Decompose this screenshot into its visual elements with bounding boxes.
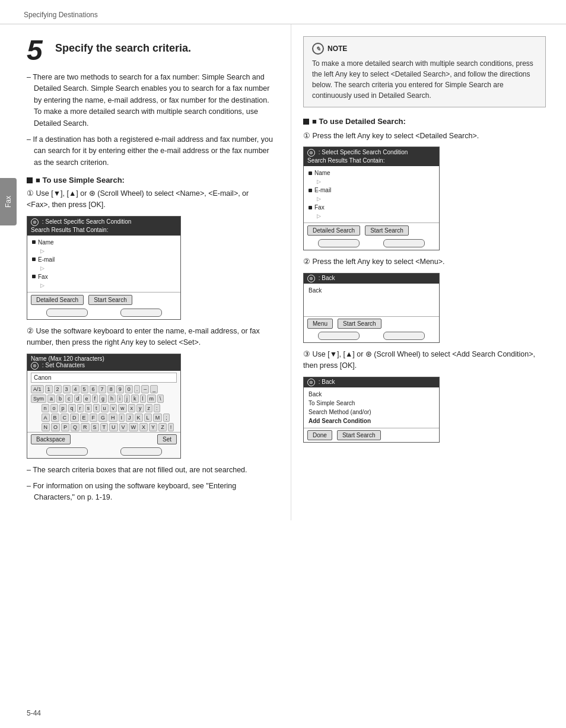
start-search-button-1[interactable]: Start Search	[88, 295, 132, 305]
kb-key[interactable]: p	[59, 404, 67, 412]
done-button[interactable]: Done	[307, 430, 332, 440]
kb-soft-buttons	[27, 446, 180, 458]
detailed-search-button[interactable]: Detailed Search	[31, 295, 84, 305]
kb-key[interactable]: s	[85, 404, 93, 412]
kb-key[interactable]: 3	[63, 385, 71, 393]
kb-key[interactable]: W	[129, 423, 139, 431]
detailed-search-btn-2[interactable]: Detailed Search	[307, 225, 360, 236]
kb-key[interactable]: J	[126, 414, 133, 422]
soft-btn-right-1[interactable]	[120, 309, 162, 317]
detailed-search-heading: ■ To use Detailed Search:	[303, 117, 546, 126]
kb-key[interactable]: h	[108, 395, 116, 403]
kb-key[interactable]: f	[92, 395, 98, 403]
kb-key[interactable]: _	[150, 385, 158, 393]
kb-key[interactable]: .	[134, 385, 141, 393]
dot-icon	[32, 275, 36, 278]
kb-soft-btn-right[interactable]	[120, 447, 162, 456]
kb-key[interactable]: 0	[125, 385, 133, 393]
start-search-btn-2[interactable]: Start Search	[365, 225, 409, 236]
kb-key[interactable]: k	[131, 395, 139, 403]
back-soft-left[interactable]	[318, 332, 360, 340]
kb-key[interactable]: I	[119, 414, 125, 422]
kb-key[interactable]: G	[98, 414, 107, 422]
kb-key[interactable]: 8	[107, 385, 115, 393]
kb-key[interactable]: 7	[98, 385, 106, 393]
kb-key[interactable]: \	[157, 395, 164, 403]
kb-key[interactable]: S	[91, 423, 99, 431]
kb-key[interactable]: o	[50, 404, 58, 412]
kb-key[interactable]: !	[168, 423, 174, 431]
kb-key[interactable]: v	[110, 404, 117, 412]
kb-key[interactable]: P	[61, 423, 69, 431]
kb-key[interactable]: l	[140, 395, 146, 403]
kb-key[interactable]: d	[74, 395, 82, 403]
back-soft-right[interactable]	[383, 332, 425, 340]
kb-key[interactable]: b	[56, 395, 64, 403]
kb-key[interactable]: r	[77, 404, 84, 412]
back-item-2b: To Simple Search	[309, 399, 434, 408]
kb-key[interactable]: ;	[163, 414, 170, 422]
list-item: E-mail	[309, 186, 434, 195]
back-icon: ⊛	[307, 275, 315, 282]
kb-key[interactable]: z	[145, 404, 153, 412]
kb-key[interactable]: Q	[71, 423, 80, 431]
kb-field[interactable]: Canon	[31, 373, 177, 383]
kb-key[interactable]: 2	[54, 385, 62, 393]
kb-key[interactable]: 4	[72, 385, 80, 393]
soft-btn-left-1[interactable]	[46, 309, 88, 317]
detailed-soft-left[interactable]	[318, 239, 360, 247]
kb-mode-key[interactable]: A/1	[31, 385, 44, 393]
kb-key[interactable]: c	[65, 395, 73, 403]
list-item-sub: ▷	[309, 177, 434, 186]
kb-key[interactable]: E	[80, 414, 88, 422]
kb-key[interactable]: j	[124, 395, 130, 403]
kb-key[interactable]: 1	[45, 385, 53, 393]
kb-sym-key[interactable]: Sym	[31, 395, 46, 403]
kb-key[interactable]: 9	[116, 385, 124, 393]
set-button[interactable]: Set	[157, 434, 177, 444]
kb-key[interactable]: O	[51, 423, 60, 431]
kb-key[interactable]: y	[136, 404, 144, 412]
kb-key[interactable]: m	[147, 395, 157, 403]
kb-key[interactable]: Z	[158, 423, 167, 431]
menu-button[interactable]: Menu	[307, 319, 333, 329]
kb-key[interactable]: 6	[90, 385, 97, 393]
kb-key[interactable]: B	[51, 414, 59, 422]
kb-key[interactable]: :	[154, 404, 160, 412]
back-icon-2: ⊛	[307, 379, 315, 386]
kb-key[interactable]: F	[90, 414, 98, 422]
kb-key[interactable]: w	[118, 404, 127, 412]
kb-key[interactable]: i	[117, 395, 123, 403]
kb-key[interactable]: –	[141, 385, 149, 393]
kb-key[interactable]: V	[119, 423, 128, 431]
kb-key[interactable]: D	[70, 414, 79, 422]
kb-key[interactable]: Y	[149, 423, 157, 431]
step-block: 5 Specify the search criteria.	[27, 36, 273, 65]
kb-key[interactable]: q	[68, 404, 76, 412]
start-search-btn-3[interactable]: Start Search	[338, 319, 381, 329]
kb-key[interactable]: t	[93, 404, 100, 412]
kb-key[interactable]: x	[128, 404, 136, 412]
kb-key[interactable]: M	[153, 414, 163, 422]
detailed-soft-right[interactable]	[383, 239, 425, 247]
kb-key[interactable]: U	[109, 423, 118, 431]
kb-key[interactable]: 5	[81, 385, 88, 393]
kb-key[interactable]: R	[81, 423, 90, 431]
kb-key[interactable]: g	[99, 395, 107, 403]
kb-key[interactable]: L	[144, 414, 152, 422]
kb-key[interactable]: T	[100, 423, 109, 431]
kb-key[interactable]: n	[42, 404, 49, 412]
kb-key[interactable]: C	[61, 414, 69, 422]
start-search-btn-4[interactable]: Start Search	[337, 430, 381, 440]
kb-key[interactable]: e	[83, 395, 91, 403]
back-menu-box-2: ⊛ : Back Back To Simple Search Search Me…	[303, 377, 440, 443]
kb-soft-btn-left[interactable]	[46, 447, 88, 456]
kb-key[interactable]: K	[135, 414, 143, 422]
kb-key[interactable]: a	[47, 395, 55, 403]
kb-key[interactable]: A	[42, 414, 50, 422]
kb-key[interactable]: H	[109, 414, 117, 422]
kb-key[interactable]: N	[42, 423, 50, 431]
kb-key[interactable]: X	[139, 423, 148, 431]
backspace-button[interactable]: Backspace	[31, 434, 71, 444]
kb-key[interactable]: u	[101, 404, 109, 412]
